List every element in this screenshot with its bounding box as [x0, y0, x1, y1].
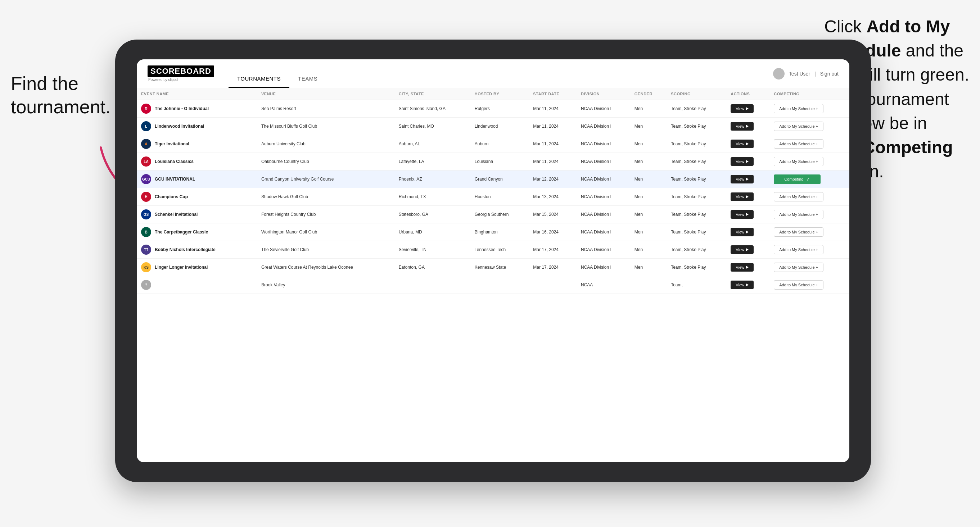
tournaments-table: EVENT NAME VENUE CITY, STATE HOSTED BY S… — [137, 88, 850, 294]
tab-tournaments[interactable]: TOURNAMENTS — [229, 72, 290, 88]
competing-cell: Add to My Schedule + — [770, 259, 850, 276]
city-state-cell: Lafayette, LA — [395, 153, 470, 170]
scoring-cell: Team, Stroke Play — [667, 135, 726, 153]
user-label: Test User — [789, 71, 810, 77]
add-schedule-button[interactable]: Add to My Schedule + — [774, 245, 823, 254]
add-schedule-button[interactable]: Add to My Schedule + — [774, 139, 823, 149]
nav-tabs: TOURNAMENTS TEAMS — [229, 59, 326, 88]
view-button[interactable]: View — [730, 281, 754, 289]
add-schedule-button[interactable]: Add to My Schedule + — [774, 263, 823, 272]
divider: | — [815, 71, 816, 77]
col-competing: COMPETING — [770, 88, 850, 100]
view-button[interactable]: View — [730, 157, 754, 166]
start-date-cell: Mar 16, 2024 — [529, 224, 577, 241]
event-name-cell-8: TT Bobby Nichols Intercollegiate — [137, 241, 257, 259]
event-name-text: Louisiana Classics — [155, 159, 194, 164]
venue-cell: Oakbourne Country Club — [257, 153, 395, 170]
city-state-cell: Saint Simons Island, GA — [395, 100, 470, 117]
event-name-text: Lindenwood Invitational — [155, 124, 204, 129]
play-icon — [746, 195, 749, 198]
tablet-frame: SCOREBOARD Powered by clippd TOURNAMENTS… — [115, 40, 871, 482]
view-button[interactable]: View — [730, 122, 754, 130]
city-state-cell: Eatonton, GA — [395, 259, 470, 276]
hosted-by-cell: Rutgers — [470, 100, 529, 117]
scoring-cell: Team, Stroke Play — [667, 206, 726, 224]
event-name-cell-6: GS Schenkel Invitational — [137, 206, 257, 224]
add-schedule-button[interactable]: Add to My Schedule + — [774, 192, 823, 202]
division-cell: NCAA Division I — [577, 117, 630, 135]
table-row: H Champions Cup Shadow Hawk Golf ClubRic… — [137, 188, 850, 206]
view-button[interactable]: View — [730, 245, 754, 254]
gender-cell: Men — [630, 224, 667, 241]
top-bar: SCOREBOARD Powered by clippd TOURNAMENTS… — [137, 59, 850, 88]
add-schedule-button[interactable]: Add to My Schedule + — [774, 157, 823, 166]
add-schedule-button[interactable]: Add to My Schedule + — [774, 210, 823, 219]
division-cell: NCAA Division I — [577, 170, 630, 188]
gender-cell: Men — [630, 117, 667, 135]
view-label: View — [736, 283, 744, 287]
add-schedule-button[interactable]: Add to My Schedule + — [774, 280, 823, 290]
city-state-cell: Phoenix, AZ — [395, 170, 470, 188]
check-icon: ✓ — [806, 177, 810, 182]
event-name-text: Schenkel Invitational — [155, 212, 197, 217]
tab-teams[interactable]: TEAMS — [290, 72, 326, 88]
division-cell: NCAA Division I — [577, 153, 630, 170]
table-row: L Lindenwood Invitational The Missouri B… — [137, 117, 850, 135]
competing-cell: Add to My Schedule + — [770, 241, 850, 259]
start-date-cell: Mar 11, 2024 — [529, 117, 577, 135]
play-icon — [746, 160, 749, 163]
view-button[interactable]: View — [730, 192, 754, 201]
venue-cell: The Missouri Bluffs Golf Club — [257, 117, 395, 135]
view-button[interactable]: View — [730, 263, 754, 271]
actions-cell: View — [726, 206, 770, 224]
event-name-text: The Johnnie - O Individual — [155, 106, 209, 111]
view-button[interactable]: View — [730, 210, 754, 219]
tablet-screen: SCOREBOARD Powered by clippd TOURNAMENTS… — [137, 59, 850, 462]
division-cell: NCAA Division I — [577, 259, 630, 276]
view-label: View — [736, 159, 744, 163]
division-cell: NCAA Division I — [577, 100, 630, 117]
play-icon — [746, 178, 749, 181]
venue-cell: Great Waters Course At Reynolds Lake Oco… — [257, 259, 395, 276]
view-button[interactable]: View — [730, 140, 754, 148]
signout-link[interactable]: Sign out — [820, 71, 838, 77]
view-button[interactable]: View — [730, 104, 754, 113]
venue-cell: Forest Heights Country Club — [257, 206, 395, 224]
view-label: View — [736, 265, 744, 270]
play-icon — [746, 266, 749, 269]
event-name-text: GCU INVITATIONAL — [155, 177, 195, 182]
hosted-by-cell: Louisiana — [470, 153, 529, 170]
col-division: DIVISION — [577, 88, 630, 100]
city-state-cell: Richmond, TX — [395, 188, 470, 206]
hosted-by-cell — [470, 276, 529, 294]
view-button[interactable]: View — [730, 228, 754, 237]
table-header-row: EVENT NAME VENUE CITY, STATE HOSTED BY S… — [137, 88, 850, 100]
view-button[interactable]: View — [730, 175, 754, 183]
play-icon — [746, 107, 749, 110]
event-name-cell-3: LA Louisiana Classics — [137, 153, 257, 170]
division-cell: NCAA Division I — [577, 241, 630, 259]
venue-cell: Auburn University Club — [257, 135, 395, 153]
hosted-by-cell: Houston — [470, 188, 529, 206]
school-logo: GS — [141, 210, 151, 219]
add-schedule-button[interactable]: Add to My Schedule + — [774, 227, 823, 237]
view-label: View — [736, 248, 744, 252]
view-label: View — [736, 212, 744, 217]
annotation-left: Find thetournament. — [11, 72, 111, 119]
add-schedule-button[interactable]: Add to My Schedule + — [774, 122, 823, 131]
app-logo-sub: Powered by clippd — [148, 78, 214, 82]
competing-button[interactable]: Competing ✓ — [774, 175, 821, 184]
start-date-cell: Mar 11, 2024 — [529, 100, 577, 117]
user-avatar — [773, 68, 784, 79]
add-schedule-button[interactable]: Add to My Schedule + — [774, 104, 823, 113]
scoring-cell: Team, Stroke Play — [667, 153, 726, 170]
city-state-cell: Saint Charles, MO — [395, 117, 470, 135]
col-actions: ACTIONS — [726, 88, 770, 100]
hosted-by-cell: Binghamton — [470, 224, 529, 241]
actions-cell: View — [726, 153, 770, 170]
gender-cell: Men — [630, 170, 667, 188]
gender-cell: Men — [630, 100, 667, 117]
hosted-by-cell: Kennesaw State — [470, 259, 529, 276]
hosted-by-cell: Auburn — [470, 135, 529, 153]
hosted-by-cell: Tennessee Tech — [470, 241, 529, 259]
